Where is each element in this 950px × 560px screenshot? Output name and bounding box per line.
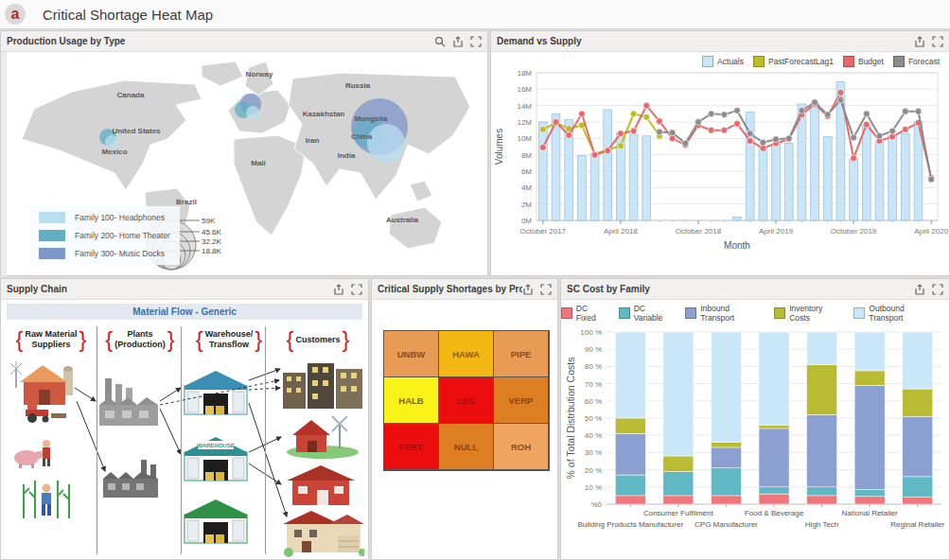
- map-legend-item[interactable]: Family 300- Music Docks: [39, 248, 170, 259]
- shortage-heatmap-grid: UNBWHAWAPIPEHALBLEGVERPFERTNULLROH: [383, 330, 550, 471]
- fullscreen-icon[interactable]: [932, 284, 943, 295]
- legend-item[interactable]: Outbound Transport: [853, 304, 940, 323]
- svg-text:45.6K: 45.6K: [202, 228, 222, 236]
- search-icon[interactable]: [434, 36, 446, 47]
- svg-text:12M: 12M: [517, 118, 532, 127]
- export-icon[interactable]: [452, 36, 464, 47]
- fullscreen-icon[interactable]: [470, 36, 482, 47]
- usage-bubble[interactable]: [367, 124, 405, 162]
- world-map: CanadaUnited StatesMexicoNorwayRussiaKaz…: [1, 52, 487, 276]
- heatmap-cell-fert[interactable]: FERT: [383, 423, 439, 470]
- fullscreen-icon[interactable]: [932, 36, 943, 47]
- continent-australia: [389, 207, 442, 249]
- legend-label: Family 100- Headphones: [75, 213, 165, 222]
- corn-farmer-icon: [24, 481, 69, 518]
- heatmap-cell-pipe[interactable]: PIPE: [493, 330, 549, 377]
- panel-header: Critical Supply Shortages by Product Gro…: [372, 279, 557, 300]
- heatmap-cell-leg[interactable]: LEG: [438, 376, 494, 424]
- svg-text:70 %: 70 %: [585, 380, 602, 389]
- brace-left: {: [105, 328, 113, 351]
- continent-greenland: [202, 61, 243, 86]
- demand-supply-chart: 0M2M4M6M8M10M12M14M16M18MOctober 2017Apr…: [491, 67, 949, 270]
- country-label: Mali: [251, 159, 266, 167]
- heatmap-cell-roh[interactable]: ROH: [493, 423, 549, 470]
- map-edge-strip: [1, 52, 7, 276]
- country-label: China: [351, 132, 373, 141]
- legend-swatch: [619, 307, 630, 319]
- usage-bubble[interactable]: [246, 106, 259, 119]
- legend-label: Outbound Transport: [869, 304, 940, 323]
- panel-header: SC Cost by Family: [561, 279, 949, 300]
- fullscreen-icon[interactable]: [540, 284, 552, 295]
- map-legend-item[interactable]: Family 200- Home Theater: [39, 230, 170, 241]
- panel-demand-vs-supply: Demand vs Supply ActualsPastForecastLag1…: [490, 30, 950, 276]
- legend-swatch: [39, 230, 65, 241]
- column-divider: [265, 326, 266, 554]
- country-label: Australia: [386, 216, 419, 224]
- legend-item[interactable]: DC Variable: [619, 304, 676, 323]
- svg-text:10M: 10M: [517, 134, 532, 143]
- legend-swatch: [39, 212, 65, 223]
- legend-item[interactable]: Inbound Transport: [685, 304, 765, 323]
- legend-item[interactable]: DC Fixed: [561, 304, 609, 323]
- legend-item[interactable]: Actuals: [702, 56, 744, 67]
- svg-text:2M: 2M: [521, 201, 532, 209]
- svg-text:18M: 18M: [517, 69, 532, 78]
- heatmap-cell-hawa[interactable]: HAWA: [438, 330, 494, 377]
- legend-item[interactable]: Inventory Costs: [774, 304, 844, 323]
- heatmap-cell-unbw[interactable]: UNBW: [383, 330, 439, 377]
- svg-text:32.2K: 32.2K: [202, 237, 222, 246]
- city-buildings-icon: [283, 363, 362, 409]
- legend-swatch: [753, 56, 765, 67]
- legend-item[interactable]: Budget: [843, 56, 884, 67]
- continent-se-asia: [410, 181, 432, 201]
- brace-left: {: [15, 328, 23, 351]
- export-icon[interactable]: [333, 284, 344, 295]
- cost-chart-legend: DC FixedDC VariableInbound TransportInve…: [561, 300, 949, 323]
- warehouse-green-icon: [185, 499, 247, 543]
- factory-icon: [99, 378, 158, 426]
- panel-sc-cost: SC Cost by Family DC FixedDC VariableInb…: [560, 278, 950, 560]
- fullscreen-icon[interactable]: [351, 284, 362, 295]
- legend-swatch: [843, 56, 854, 67]
- country-label: Kazakhstan: [303, 110, 345, 118]
- app-header: a Critical Shortage Heat Map: [0, 0, 950, 29]
- legend-swatch: [893, 56, 905, 67]
- export-icon[interactable]: [522, 284, 534, 295]
- brace-left: {: [196, 328, 203, 351]
- svg-text:April 2020: April 2020: [914, 227, 949, 236]
- svg-text:16M: 16M: [517, 85, 532, 94]
- svg-text:% of Total Distrbution Costs: % of Total Distrbution Costs: [565, 358, 576, 480]
- heatmap-cell-halb[interactable]: HALB: [383, 376, 439, 424]
- brace-right: }: [167, 328, 175, 351]
- usage-bubble[interactable]: [105, 135, 118, 149]
- legend-label: Family 300- Music Docks: [75, 249, 165, 258]
- demand-chart-legend: ActualsPastForecastLag1BudgetForecast: [491, 52, 949, 67]
- svg-text:April 2019: April 2019: [759, 227, 794, 236]
- column-divider: [97, 326, 97, 554]
- panel-header: Demand vs Supply: [491, 31, 949, 52]
- brace-right: }: [79, 328, 87, 351]
- legend-swatch: [702, 56, 713, 67]
- heatmap-cell-null[interactable]: NULL: [438, 423, 494, 470]
- pig-farmer-icon: [14, 440, 50, 468]
- column-warehouse-transflow: {Warehouse/ Transflow}: [185, 322, 273, 358]
- svg-text:Month: Month: [724, 240, 750, 251]
- export-icon[interactable]: [914, 36, 925, 47]
- legend-item[interactable]: Forecast: [893, 56, 940, 67]
- mansion-icon: [283, 511, 364, 557]
- legend-label: Family 200- Home Theater: [75, 231, 170, 240]
- brace-right: }: [343, 328, 350, 351]
- warehouse-blue-icon: [185, 371, 247, 414]
- svg-text:October 2019: October 2019: [831, 227, 877, 236]
- legend-label: Forecast: [908, 57, 940, 66]
- column-plants-production: {Plants (Production)}: [96, 322, 185, 358]
- export-icon[interactable]: [914, 284, 925, 295]
- map-legend-item[interactable]: Family 100- Headphones: [39, 212, 170, 223]
- panel-title: Supply Chain: [7, 284, 333, 294]
- legend-item[interactable]: PastForecastLag1: [753, 56, 834, 67]
- heatmap-cell-verp[interactable]: VERP: [493, 376, 549, 424]
- map-legend: Family 100- HeadphonesFamily 200- Home T…: [29, 206, 180, 265]
- svg-text:Volumes: Volumes: [494, 129, 504, 165]
- country-label: Russia: [345, 81, 371, 90]
